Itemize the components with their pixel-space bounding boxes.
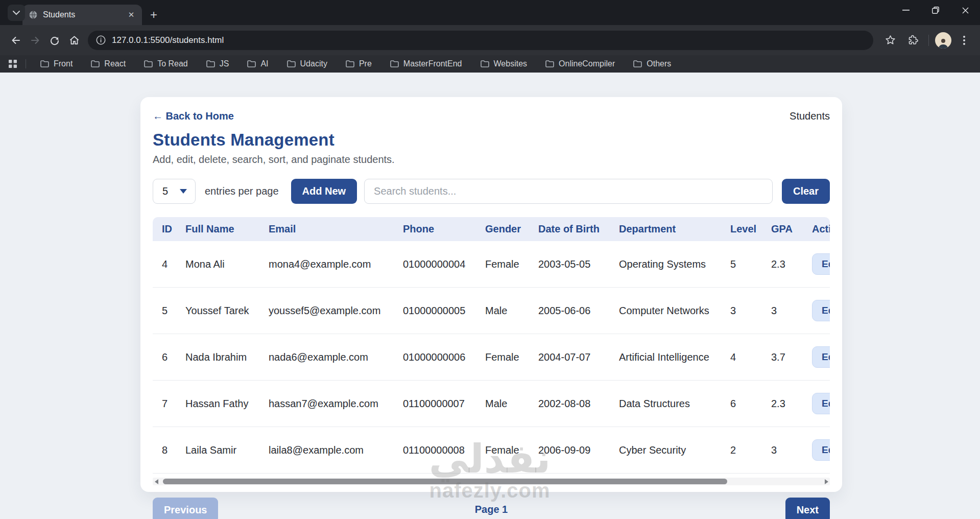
folder-icon (481, 60, 489, 67)
next-page-button[interactable]: Next (785, 498, 830, 519)
folder-icon (144, 60, 153, 67)
bookmark-folder[interactable]: Udacity (280, 57, 334, 70)
cell-level: 3 (730, 288, 771, 334)
cell-actions: Edit (812, 241, 830, 288)
bookmark-folder[interactable]: AI (240, 57, 275, 70)
folder-icon (633, 60, 642, 67)
horizontal-scrollbar[interactable] (153, 478, 830, 485)
edit-button[interactable]: Edit (812, 300, 830, 321)
cell-gender: Female (485, 427, 538, 474)
table-row: 6Nada Ibrahimnada6@example.com0100000000… (153, 334, 830, 381)
edit-button[interactable]: Edit (812, 253, 830, 275)
chevron-down-icon (13, 11, 20, 15)
page-subtitle: Add, edit, delete, search, sort, and pag… (153, 154, 830, 166)
column-header: Actions (812, 217, 830, 241)
browser-tab-students[interactable]: Students ✕ (22, 5, 142, 25)
back-button[interactable] (6, 31, 26, 50)
cell-id: 4 (153, 241, 185, 288)
bookmark-folder[interactable]: Front (33, 57, 80, 70)
cell-level: 4 (730, 334, 771, 381)
tab-close-icon[interactable]: ✕ (126, 9, 137, 20)
edit-button[interactable]: Edit (812, 393, 830, 414)
search-input[interactable] (364, 179, 773, 204)
cell-full_name: Laila Samir (185, 427, 269, 474)
folder-icon (91, 60, 100, 67)
browser-toolbar: 127.0.0.1:5500/students.html (0, 25, 980, 55)
column-header: GPA (771, 217, 812, 241)
bookmark-folder[interactable]: Pre (339, 57, 379, 70)
bookmark-folder[interactable]: Others (626, 57, 678, 70)
scroll-left-arrow-icon[interactable] (153, 478, 160, 485)
column-header: Full Name (185, 217, 269, 241)
cell-phone: 01100000007 (403, 381, 485, 427)
forward-button[interactable] (26, 31, 45, 50)
select-caret-icon (180, 189, 187, 194)
apps-button[interactable] (5, 57, 20, 70)
page-title: Students Management (153, 130, 830, 150)
scrollbar-thumb[interactable] (163, 479, 727, 484)
folder-icon (390, 60, 399, 67)
bookmark-folder[interactable]: OnlineCompiler (538, 57, 622, 70)
bookmark-folder[interactable]: MasterFrontEnd (383, 57, 469, 70)
url-bar[interactable]: 127.0.0.1:5500/students.html (88, 31, 873, 50)
bookmark-folder[interactable]: To Read (137, 57, 195, 70)
kebab-menu-icon (963, 36, 965, 45)
edit-button[interactable]: Edit (812, 439, 830, 461)
cell-department: Data Structures (619, 381, 730, 427)
edit-button[interactable]: Edit (812, 346, 830, 368)
folder-icon (346, 60, 354, 67)
back-to-home-link[interactable]: ← Back to Home (153, 110, 234, 122)
bookmark-label: Udacity (300, 59, 327, 68)
bookmark-label: Others (647, 59, 671, 68)
toolbar-right (880, 31, 974, 50)
minimize-button[interactable] (891, 0, 921, 20)
cell-level: 2 (730, 427, 771, 474)
close-window-button[interactable] (950, 0, 980, 20)
tab-search-button[interactable] (8, 5, 25, 21)
corner-label: Students (790, 110, 830, 122)
add-new-button[interactable]: Add New (291, 179, 357, 204)
folder-icon (40, 60, 49, 67)
cell-full_name: Nada Ibrahim (185, 334, 269, 381)
cell-actions: Edit (812, 334, 830, 381)
students-table-wrap[interactable]: IDFull NameEmailPhoneGenderDate of Birth… (153, 217, 830, 474)
home-button[interactable] (64, 31, 84, 50)
bookmark-label: JS (220, 59, 229, 68)
column-header: ID (153, 217, 185, 241)
scroll-right-arrow-icon[interactable] (823, 478, 830, 485)
entries-per-page-select[interactable]: 5 (153, 179, 196, 204)
pagination-row: Previous Page 1 Next (153, 498, 830, 519)
new-tab-button[interactable]: + (146, 7, 161, 22)
cell-gender: Female (485, 241, 538, 288)
bookmark-folder[interactable]: JS (199, 57, 236, 70)
cell-email: laila8@example.com (269, 427, 403, 474)
profile-avatar[interactable] (935, 32, 951, 49)
cell-actions: Edit (812, 381, 830, 427)
apps-grid-icon (9, 60, 17, 68)
cell-department: Operating Systems (619, 241, 730, 288)
reload-button[interactable] (45, 31, 64, 50)
bookmark-folder[interactable]: Websites (473, 57, 535, 70)
column-header: Email (269, 217, 403, 241)
maximize-button[interactable] (921, 0, 950, 20)
controls-row: 5 entries per page Add New Clear (153, 179, 830, 204)
bookmark-label: MasterFrontEnd (403, 59, 462, 68)
minimize-icon (902, 10, 910, 11)
bookmark-star-button[interactable] (880, 31, 900, 50)
browser-tabstrip: Students ✕ + (0, 0, 980, 25)
extensions-button[interactable] (903, 31, 922, 50)
column-header: Gender (485, 217, 538, 241)
site-info-icon[interactable] (96, 35, 106, 45)
back-arrow-icon (11, 35, 21, 45)
cell-department: Artificial Intelligence (619, 334, 730, 381)
table-row: 4Mona Alimona4@example.com01000000004Fem… (153, 241, 830, 288)
bookmarks-bar: Front React To Read JS AI Udacity Pre (0, 55, 980, 73)
forward-arrow-icon (30, 35, 40, 45)
browser-menu-button[interactable] (954, 31, 974, 50)
bookmark-folder[interactable]: React (84, 57, 133, 70)
previous-page-button[interactable]: Previous (153, 498, 218, 519)
entries-per-page-label: entries per page (205, 185, 279, 197)
cell-dob: 2004-07-07 (538, 334, 619, 381)
scrollbar-track[interactable] (160, 479, 823, 484)
clear-button[interactable]: Clear (782, 179, 830, 204)
